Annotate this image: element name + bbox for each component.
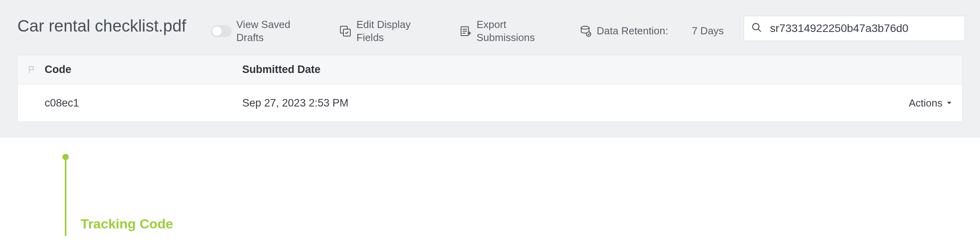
table-row[interactable]: c08ec1 Sep 27, 2023 2:53 PM Actions [18,84,962,122]
edit-display-fields-button[interactable]: Edit Display Fields [339,18,435,44]
submitted-date-column-header[interactable]: Submitted Date [242,64,953,76]
annotation-dot [62,154,69,160]
code-column-header[interactable]: Code [45,64,242,76]
row-actions-menu[interactable]: Actions [909,97,953,109]
edit-display-fields-label: Edit Display Fields [356,18,435,44]
svg-point-6 [581,26,589,29]
view-saved-drafts-label: View Saved Drafts [236,18,315,44]
row-code-cell: c08ec1 [45,97,242,109]
page-title: Car rental checklist.pdf [17,16,191,37]
svg-line-9 [758,29,761,32]
edit-fields-icon [339,25,352,37]
submissions-table: Code Submitted Date c08ec1 Sep 27, 2023 … [17,55,963,122]
search-box[interactable] [744,16,965,41]
toggle-knob [212,26,222,36]
export-submissions-button[interactable]: Export Submissions [459,18,556,44]
database-icon [579,25,592,37]
header-row: Car rental checklist.pdf View Saved Draf… [17,16,963,44]
toggle-switch[interactable] [211,25,232,37]
data-retention-label: Data Retention: [597,24,668,37]
table-header-row: Code Submitted Date [18,55,962,84]
svg-point-8 [752,24,759,30]
search-icon [751,22,762,35]
data-retention-item[interactable]: Data Retention: [579,24,668,37]
svg-point-7 [586,32,591,36]
actions-label: Actions [909,97,942,109]
view-saved-drafts-toggle[interactable]: View Saved Drafts [211,18,315,44]
toolbar: View Saved Drafts Edit Display Fields [211,16,724,44]
row-date-cell: Sep 27, 2023 2:53 PM [242,97,909,109]
top-panel: Car rental checklist.pdf View Saved Draf… [0,0,980,138]
export-icon [459,25,472,37]
data-retention-value: 7 Days [692,24,724,37]
caret-down-icon [946,99,953,107]
flag-column-header [27,65,45,75]
flag-icon [27,65,37,75]
annotation-label: Tracking Code [81,216,173,232]
export-submissions-label: Export Submissions [477,18,556,44]
annotation-line [65,157,66,236]
search-input[interactable] [770,22,957,35]
